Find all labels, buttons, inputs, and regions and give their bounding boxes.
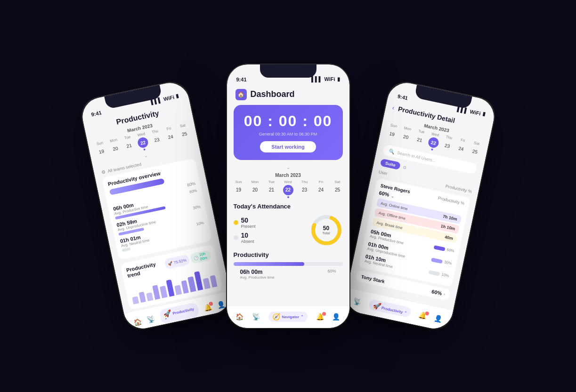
- bar-5: [159, 285, 167, 298]
- suite-toggle-indicator: ⊙: [402, 164, 407, 169]
- dashboard-icon: 🏠: [235, 89, 247, 100]
- center-prod-bar-fill: [234, 262, 305, 266]
- center-prod-pct: 60%: [327, 269, 336, 273]
- unproductive-pct: 30%: [192, 204, 201, 211]
- bar-12: [210, 275, 217, 288]
- nav-bell-center[interactable]: 🔔: [313, 311, 327, 322]
- rocket-nav-icon-left: 🚀: [162, 309, 172, 318]
- absent-info: 10 Absent: [241, 232, 254, 244]
- steve-neutral-toggle-pct: 10%: [441, 272, 449, 278]
- wifi-icon-center: WiFi: [324, 76, 335, 82]
- signal-nav-icon-left: 📡: [146, 314, 155, 323]
- cal-day-25: Sat25: [177, 122, 191, 143]
- bar-8: [180, 280, 188, 293]
- r-cal-day-19: Sun19: [385, 122, 399, 143]
- dashboard-title: Dashboard: [251, 89, 295, 99]
- absent-stat: 10 Absent: [234, 232, 302, 244]
- nav-productivity-left[interactable]: 🚀 Productivity ⌃: [155, 299, 203, 327]
- signal-icon-center: ▌▌▌: [311, 76, 322, 82]
- attendance-stats: 50 Present 10 Absent: [234, 216, 302, 244]
- steve-offline-val: 1h 10m: [440, 224, 455, 231]
- trend-pct-badge: 🚀 75.52%: [164, 254, 190, 269]
- nav-user-left[interactable]: 👤: [213, 297, 228, 311]
- cal-day-20: Mon20: [108, 137, 122, 157]
- center-prod-stats: 06h 00m Avg. Productive time 60%: [234, 268, 343, 280]
- c-cal-day-22[interactable]: Wed22: [283, 180, 293, 198]
- bell-badge-right: [425, 311, 429, 315]
- center-phone: 9:41 ▌▌▌ WiFi ▮ 🏠 Dashboard 00 : 00 : 00…: [227, 64, 349, 328]
- tony-pct-val: 60%: [431, 288, 442, 296]
- signal-nav-icon-center: 📡: [252, 313, 260, 320]
- attendance-row: 50 Present 10 Absent: [227, 212, 349, 248]
- nav-home-center[interactable]: 🏠: [233, 311, 246, 322]
- cal-day-24: Fri24: [163, 125, 177, 145]
- nav-home-left[interactable]: 🏠: [130, 315, 145, 329]
- status-time-right: 9:41: [397, 93, 408, 101]
- user-icon-left: 👤: [216, 299, 226, 308]
- c-cal-day-21: Tue21: [267, 180, 277, 198]
- start-working-button[interactable]: Start working: [260, 141, 316, 152]
- attendance-title: Today's Attendance: [227, 200, 349, 212]
- present-num: 50: [241, 216, 256, 224]
- productivity-overview: Productivity overview 60% 06h 00m 60% Av…: [102, 158, 212, 260]
- bar-6: [166, 279, 175, 296]
- steve-unprod-toggle-bar: [430, 257, 442, 264]
- battery-icon-right: ▮: [482, 111, 486, 117]
- nav-user-center[interactable]: 👤: [329, 311, 343, 322]
- nav-signal-right[interactable]: 📡: [349, 294, 365, 308]
- center-prod-bar-bg: [234, 262, 343, 266]
- steve-expand-icon[interactable]: ⌄: [390, 192, 395, 198]
- center-phone-screen: 9:41 ▌▌▌ WiFi ▮ 🏠 Dashboard 00 : 00 : 00…: [227, 64, 349, 328]
- center-calendar: March 2023 Sun19 Mon20 Tue21 Wed22 Thu23…: [227, 171, 349, 200]
- left-phone-screen: 9:41 ▌▌▌ WiFi ▮ Productivity March 2023 …: [79, 79, 234, 332]
- spacer-center: [227, 282, 349, 305]
- center-prod-metric-val: 06h 00m: [240, 269, 275, 275]
- bell-badge-center: [322, 312, 326, 316]
- bar-4: [152, 285, 160, 300]
- nav-signal-center[interactable]: 📡: [249, 311, 263, 322]
- battery-icon-left: ▮: [175, 93, 179, 99]
- timer-chevron[interactable]: ⌄: [227, 164, 349, 171]
- rocket-nav-icon-right: 🚀: [372, 301, 381, 310]
- nav-signal-left[interactable]: 📡: [143, 312, 158, 326]
- phone-notch-center: [260, 64, 316, 78]
- right-phone-screen: 9:41 ▌▌▌ WiFi ▮ ‹ Productivity Detail Ma…: [342, 79, 497, 332]
- user-card-steve: Steve Rogers Productivity % 60% ⌄: [358, 178, 470, 287]
- center-calendar-month: March 2023: [234, 173, 343, 178]
- user-list: User Productivity % Steve Rogers Product…: [347, 166, 479, 310]
- battery-icon-center: ▮: [337, 76, 340, 82]
- signal-nav-icon-right: 📡: [352, 296, 362, 305]
- left-phone: 9:41 ▌▌▌ WiFi ▮ Productivity March 2023 …: [79, 79, 234, 332]
- rocket-icon: 🚀: [167, 261, 173, 266]
- c-cal-day-23: Thu23: [300, 180, 310, 198]
- absent-num: 10: [241, 232, 254, 239]
- center-prod-overview: 06h 00m Avg. Productive time 60%: [227, 260, 349, 282]
- c-cal-day-25: Sat25: [333, 180, 343, 198]
- bar-1: [132, 296, 138, 304]
- cal-day-22[interactable]: Wed22: [136, 131, 150, 152]
- back-button[interactable]: ‹: [391, 104, 395, 112]
- left-screen-content: Productivity March 2023 Sun19 Mon20 Tue2…: [83, 99, 234, 332]
- donut-label: 50 Total: [322, 224, 330, 235]
- status-time-center: 9:41: [236, 77, 247, 82]
- nav-bell-left[interactable]: 🔔 !: [200, 300, 215, 314]
- nav-navigator-center[interactable]: 🧭 Navigator ⌃: [266, 310, 310, 324]
- steve-neutral-toggle-bar: [428, 270, 440, 276]
- tony-expand-icon[interactable]: ›: [443, 291, 446, 296]
- bar-11: [203, 278, 210, 289]
- present-stat: 50 Present: [234, 216, 302, 229]
- filter-icon-left: ⚙: [101, 168, 106, 175]
- nav-bell-right[interactable]: 🔔: [414, 308, 430, 322]
- nav-user-right[interactable]: 👤: [430, 312, 446, 326]
- wifi-icon-right: WiFi: [469, 108, 481, 116]
- dashboard-header: 🏠 Dashboard: [227, 85, 349, 103]
- r-cal-day-22[interactable]: Wed22: [427, 131, 441, 152]
- status-icons-center: ▌▌▌ WiFi ▮: [311, 76, 340, 82]
- present-info: 50 Present: [241, 216, 256, 229]
- user-icon-right: 👤: [433, 314, 443, 323]
- productive-pct: 60%: [189, 188, 197, 195]
- steve-break-val: 40m: [444, 234, 454, 241]
- cal-day-23: Thu23: [149, 128, 163, 148]
- r-cal-day-21: Tue21: [413, 128, 427, 148]
- user-col-header: User: [378, 169, 388, 176]
